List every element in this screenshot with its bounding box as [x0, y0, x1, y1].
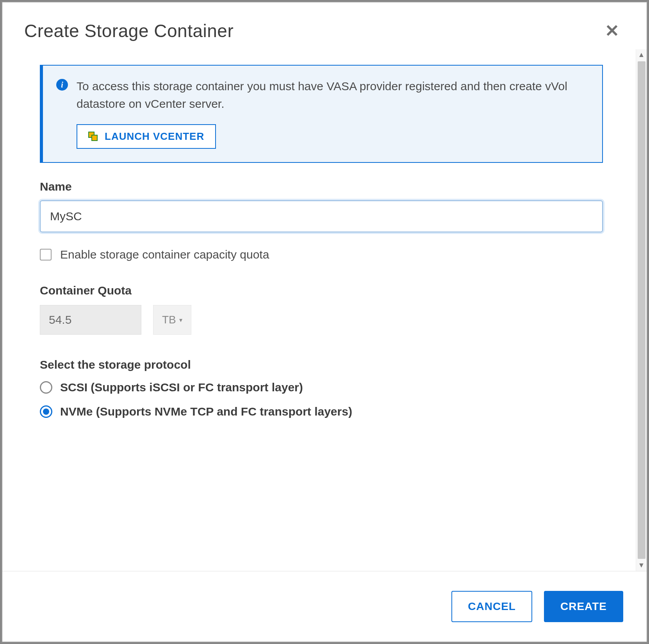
- enable-quota-checkbox[interactable]: [40, 249, 52, 260]
- scrollbar[interactable]: ▲ ▼: [636, 49, 647, 571]
- radio-scsi-label: SCSI (Supports iSCSI or FC transport lay…: [60, 381, 303, 394]
- enable-quota-label: Enable storage container capacity quota: [60, 248, 269, 261]
- create-storage-container-dialog: Create Storage Container ✕ i To access t…: [2, 2, 647, 642]
- dialog-title: Create Storage Container: [24, 20, 234, 41]
- launch-vcenter-label: LAUNCH VCENTER: [105, 130, 204, 143]
- create-button[interactable]: CREATE: [544, 591, 623, 622]
- container-quota-value[interactable]: 54.5: [40, 305, 141, 335]
- container-quota-label: Container Quota: [40, 284, 620, 297]
- radio-nvme[interactable]: [40, 405, 52, 418]
- name-label: Name: [40, 180, 620, 193]
- info-icon: i: [56, 79, 68, 91]
- radio-scsi[interactable]: [40, 381, 52, 394]
- dialog-body: i To access this storage container you m…: [2, 49, 636, 571]
- scroll-thumb[interactable]: [638, 61, 645, 559]
- vcenter-icon: [88, 132, 98, 142]
- container-quota-unit: TB: [162, 314, 176, 326]
- info-row: i To access this storage container you m…: [56, 77, 589, 112]
- protocol-option-scsi[interactable]: SCSI (Supports iSCSI or FC transport lay…: [40, 381, 620, 394]
- info-text: To access this storage container you mus…: [77, 77, 589, 112]
- dialog-header: Create Storage Container ✕: [2, 2, 647, 49]
- launch-vcenter-button[interactable]: LAUNCH VCENTER: [77, 124, 216, 149]
- protocol-option-nvme[interactable]: NVMe (Supports NVMe TCP and FC transport…: [40, 405, 620, 418]
- close-icon[interactable]: ✕: [605, 22, 619, 39]
- dialog-footer: CANCEL CREATE: [2, 571, 647, 642]
- container-quota-unit-select[interactable]: TB ▾: [153, 305, 191, 335]
- chevron-down-icon: ▾: [179, 316, 182, 324]
- info-panel: i To access this storage container you m…: [40, 65, 603, 163]
- scroll-down-icon[interactable]: ▼: [638, 560, 645, 571]
- radio-nvme-label: NVMe (Supports NVMe TCP and FC transport…: [60, 405, 352, 418]
- container-quota-row: 54.5 TB ▾: [40, 305, 620, 335]
- name-input[interactable]: [40, 200, 603, 232]
- scroll-up-icon[interactable]: ▲: [638, 49, 645, 61]
- enable-quota-row[interactable]: Enable storage container capacity quota: [40, 248, 620, 261]
- cancel-button[interactable]: CANCEL: [451, 591, 532, 622]
- dialog-body-wrap: i To access this storage container you m…: [2, 49, 647, 571]
- protocol-label: Select the storage protocol: [40, 358, 620, 371]
